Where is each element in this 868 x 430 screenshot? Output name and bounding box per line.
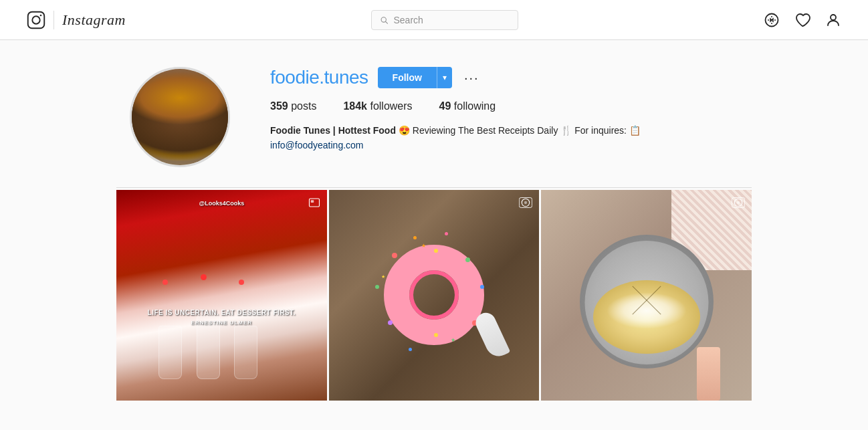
- dropdown-arrow-icon: ▾: [443, 73, 447, 82]
- profile-info: foodie.tunes Follow ▾ ··· 359 posts 184k…: [270, 67, 738, 153]
- search-bar[interactable]: [371, 10, 518, 30]
- followers-stat[interactable]: 184k followers: [343, 100, 412, 112]
- svg-line-4: [386, 21, 388, 23]
- follow-button[interactable]: Follow: [378, 67, 437, 88]
- svg-point-2: [40, 14, 42, 16]
- followers-label-text: followers: [370, 100, 412, 112]
- svg-point-18: [737, 201, 740, 204]
- post-item[interactable]: @Looks4Cooks LIFE IS UNCERTAIN. EAT DESS…: [116, 190, 327, 401]
- svg-point-15: [524, 201, 527, 204]
- compass-icon[interactable]: [764, 12, 780, 28]
- search-icon: [380, 15, 389, 25]
- bio-clipboard: 📋: [629, 125, 641, 136]
- header-right: [764, 12, 841, 28]
- follow-dropdown-button[interactable]: ▾: [437, 67, 452, 88]
- profile-bio: Foodie Tunes | Hottest Food 😍 Reviewing …: [270, 123, 738, 153]
- bio-name: Foodie Tunes | Hottest Food: [270, 125, 396, 136]
- search-input[interactable]: [393, 15, 509, 25]
- svg-rect-12: [309, 199, 319, 207]
- profile-avatar: [130, 67, 230, 167]
- more-options-button[interactable]: ···: [461, 70, 482, 86]
- post-type-icon: [732, 197, 745, 209]
- post-thumbnail-1: @Looks4Cooks LIFE IS UNCERTAIN. EAT DESS…: [116, 190, 327, 401]
- avatar-image: [132, 69, 228, 165]
- post-type-icon: [308, 197, 320, 209]
- following-stat[interactable]: 49 following: [439, 100, 496, 112]
- follow-btn-group: Follow ▾: [378, 67, 452, 88]
- posts-grid: @Looks4Cooks LIFE IS UNCERTAIN. EAT DESS…: [116, 188, 752, 403]
- svg-rect-13: [310, 200, 314, 203]
- post-item[interactable]: [541, 190, 752, 401]
- svg-marker-6: [770, 19, 773, 21]
- posts-label-text: posts: [291, 100, 316, 112]
- following-count: 49: [439, 100, 451, 112]
- bio-inquiries: For inquires:: [572, 125, 629, 136]
- header-left: Instagram: [27, 11, 126, 29]
- followers-count: 184k: [343, 100, 367, 112]
- header: Instagram: [0, 0, 868, 40]
- bio-emoji1: 😍: [396, 125, 410, 136]
- post-thumbnail-2: ★ ★ ★: [329, 190, 540, 401]
- instagram-logo-icon: [27, 11, 45, 29]
- svg-point-1: [32, 16, 39, 23]
- bio-email-link[interactable]: info@foodyeating.com: [270, 140, 364, 150]
- following-label-text: following: [454, 100, 496, 112]
- profile-avatar-wrap: [130, 67, 230, 167]
- post-text-overlay: LIFE IS UNCERTAIN. EAT DESSERT FIRST. ER…: [116, 308, 327, 326]
- post-watermark: @Looks4Cooks: [199, 200, 244, 207]
- post-item[interactable]: ★ ★ ★: [329, 190, 540, 401]
- post-thumbnail-3: [541, 190, 752, 401]
- post-type-icon: [519, 197, 532, 209]
- bio-description: Reviewing The Best Receipts Daily: [410, 125, 558, 136]
- svg-point-11: [831, 15, 836, 20]
- header-divider: [53, 11, 54, 29]
- profile-stats: 359 posts 184k followers 49 following: [270, 100, 738, 112]
- profile-icon[interactable]: [825, 12, 841, 28]
- instagram-wordmark: Instagram: [62, 11, 126, 29]
- posts-stat: 359 posts: [270, 100, 316, 112]
- svg-rect-0: [28, 11, 45, 28]
- bio-emoji2: 🍴: [558, 125, 572, 136]
- profile-container: foodie.tunes Follow ▾ ··· 359 posts 184k…: [116, 40, 752, 187]
- profile-username: foodie.tunes: [270, 67, 368, 88]
- heart-icon[interactable]: [794, 12, 810, 28]
- profile-username-row: foodie.tunes Follow ▾ ···: [270, 67, 738, 88]
- posts-count: 359: [270, 100, 288, 112]
